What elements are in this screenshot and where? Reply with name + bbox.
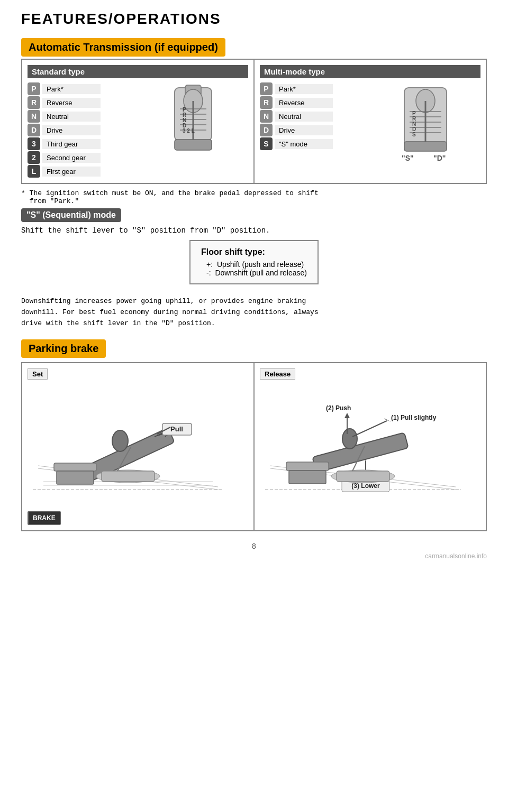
multi-gear-label-reverse: Reverse — [275, 98, 333, 108]
parking-brake-header: Parking brake — [21, 339, 106, 358]
transmission-box: Standard type P Park* R Reverse N — [21, 59, 487, 184]
plus-desc: Upshift (push and release) — [217, 260, 304, 269]
svg-marker-53 — [384, 418, 391, 423]
multi-badge-n: N — [260, 110, 273, 123]
transmission-section-header: Automatic Transmission (if equipped) — [21, 38, 225, 57]
gear-label-third: Third gear — [42, 139, 101, 149]
svg-text:"S": "S" — [402, 154, 414, 162]
park-footnote: * The ignition switch must be ON, and th… — [21, 189, 487, 205]
multi-badge-p: P — [260, 82, 273, 95]
badge-3: 3 — [28, 137, 40, 150]
floor-shift-title: Floor shift type: — [201, 247, 307, 257]
svg-text:Pull: Pull — [170, 425, 183, 433]
brake-badge: BRAKE — [28, 511, 61, 525]
svg-text:S: S — [412, 132, 416, 137]
multi-gear-row-n: N Neutral — [260, 110, 366, 123]
gear-label-neutral: Neutral — [42, 112, 101, 122]
gear-row-d: D Drive — [28, 124, 133, 136]
gear-row-p: P Park* — [28, 82, 133, 95]
minus-desc: Downshift (pull and release) — [215, 269, 307, 277]
multi-gear-row-r: R Reverse — [260, 96, 366, 109]
parking-set-diagram: Pull — [28, 384, 229, 505]
svg-rect-45 — [102, 471, 155, 482]
sequential-header: "S" (Sequential) mode — [21, 208, 121, 222]
svg-point-35 — [112, 430, 128, 451]
multi-gear-row-d: D Drive — [260, 124, 366, 136]
downshift-description: Downshifting increases power going uphil… — [21, 296, 487, 329]
svg-rect-63 — [337, 471, 389, 482]
gear-label-second: Second gear — [42, 153, 101, 163]
standard-type-panel: Standard type P Park* R Reverse N — [22, 60, 255, 183]
multi-gear-label-drive: Drive — [275, 125, 333, 135]
floor-shift-container: Floor shift type: +: Upshift (push and r… — [21, 240, 487, 291]
gear-label-drive: Drive — [42, 125, 101, 135]
page-title: FEATURES/OPERATIONS — [21, 11, 487, 27]
multi-type-content: P Park* R Reverse N Neutral D — [260, 82, 480, 167]
standard-type-header: Standard type — [28, 65, 248, 78]
parking-brake-section: Parking brake Set Pull — [21, 339, 487, 531]
svg-rect-65 — [289, 470, 326, 484]
release-label: Release — [260, 368, 295, 380]
svg-rect-23 — [404, 142, 447, 151]
svg-point-51 — [342, 429, 357, 449]
multi-shifter-area: P R N D S "S" "D" — [370, 82, 480, 167]
svg-line-52 — [352, 421, 387, 437]
svg-rect-43 — [57, 471, 94, 484]
badge-d: D — [28, 124, 40, 136]
gear-row-3: 3 Third gear — [28, 137, 133, 150]
multi-badge-d: D — [260, 124, 273, 136]
multi-mode-type-panel: Multi-mode type P Park* R Reverse N — [255, 60, 486, 183]
svg-text:(3) Lower: (3) Lower — [351, 482, 380, 490]
floor-shift-upshift: +: Upshift (push and release) — [206, 260, 307, 269]
gear-label-first: First gear — [42, 167, 101, 177]
gear-label-reverse: Reverse — [42, 98, 101, 108]
svg-marker-56 — [344, 413, 350, 418]
automatic-transmission-section: Automatic Transmission (if equipped) Sta… — [21, 38, 487, 205]
multi-gear-row-p: P Park* — [260, 82, 366, 95]
multi-gear-label-neutral: Neutral — [275, 112, 333, 122]
badge-l: L — [28, 165, 40, 178]
multi-gear-table: P Park* R Reverse N Neutral D — [260, 82, 366, 150]
minus-label: -: — [206, 269, 211, 277]
parking-release-panel: Release (1) Pull slightly (2) Push — [255, 363, 486, 530]
standard-type-content: P Park* R Reverse N Neutral D — [28, 82, 248, 178]
standard-shifter-diagram: P R N D 3 2 L — [138, 82, 248, 167]
svg-text:3 2 L: 3 2 L — [183, 128, 195, 134]
svg-text:(2) Push: (2) Push — [326, 404, 351, 412]
standard-shifter-svg: P R N D 3 2 L — [159, 82, 228, 167]
plus-label: +: — [206, 260, 213, 269]
svg-text:"D": "D" — [433, 154, 446, 162]
sequential-section: "S" (Sequential) mode Shift the shift le… — [21, 208, 487, 329]
set-label: Set — [28, 368, 48, 380]
svg-rect-42 — [54, 463, 96, 471]
gear-row-2: 2 Second gear — [28, 151, 133, 164]
badge-p: P — [28, 82, 40, 95]
multi-shifter-svg: P R N D S "S" "D" — [391, 82, 460, 167]
sequential-description: Shift the shift lever to "S" position fr… — [21, 226, 487, 235]
gear-row-n: N Neutral — [28, 110, 133, 123]
multi-gear-label-s-mode: "S" mode — [275, 139, 333, 149]
gear-row-l: L First gear — [28, 165, 133, 178]
parking-set-panel: Set Pull — [22, 363, 255, 530]
svg-rect-9 — [175, 140, 212, 150]
multi-mode-type-header: Multi-mode type — [260, 65, 480, 78]
multi-gear-label-park: Park* — [275, 84, 333, 94]
multi-badge-r: R — [260, 96, 273, 109]
parking-brake-box: Set Pull — [21, 362, 487, 531]
parking-release-diagram: (1) Pull slightly (2) Push (3) Lower — [260, 384, 466, 505]
svg-text:(1) Pull slightly: (1) Pull slightly — [391, 414, 437, 421]
multi-badge-s: S — [260, 137, 273, 150]
watermark: carmanualsonline.info — [21, 552, 487, 560]
badge-2: 2 — [28, 151, 40, 164]
multi-gear-row-s: S "S" mode — [260, 137, 366, 150]
svg-rect-64 — [286, 462, 329, 470]
floor-shift-box: Floor shift type: +: Upshift (push and r… — [189, 240, 319, 284]
standard-gear-table: P Park* R Reverse N Neutral D — [28, 82, 133, 178]
gear-label-park: Park* — [42, 84, 101, 94]
gear-row-r: R Reverse — [28, 96, 133, 109]
badge-r: R — [28, 96, 40, 109]
badge-n: N — [28, 110, 40, 123]
floor-shift-downshift: -: Downshift (pull and release) — [206, 269, 307, 277]
page-number: 8 — [21, 542, 487, 550]
